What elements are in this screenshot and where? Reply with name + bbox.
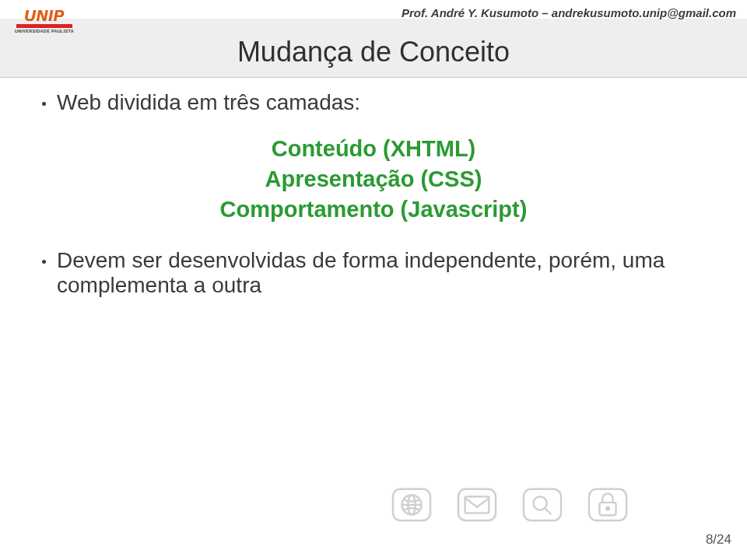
svg-rect-6 [524, 489, 561, 520]
lock-icon [585, 485, 630, 524]
bullet-outro-text: Devem ser desenvolvidas de forma indepen… [57, 248, 705, 298]
globe-icon [389, 485, 434, 524]
svg-rect-4 [458, 489, 496, 520]
search-icon [520, 485, 565, 524]
bullet-intro-text: Web dividida em três camadas: [57, 90, 360, 115]
slide-title: Mudança de Conceito [0, 36, 747, 68]
svg-rect-5 [465, 496, 489, 513]
author-line: Prof. André Y. Kusumoto – andrekusumoto.… [402, 6, 736, 19]
layers-block: Conteúdo (XHTML) Apresentação (CSS) Comp… [42, 134, 705, 225]
bullet-dot-icon [42, 102, 46, 106]
layer-behavior: Comportamento (Javascript) [42, 194, 705, 225]
logo-main-text: UNIP [24, 8, 65, 23]
university-logo: UNIP UNIVERSIDADE PAULISTA [14, 8, 75, 36]
bullet-outro: Devem ser desenvolvidas de forma indepen… [42, 248, 705, 298]
page-number: 8/24 [706, 532, 731, 548]
bullet-intro: Web dividida em três camadas: [42, 90, 705, 115]
logo-red-bar [16, 24, 72, 28]
svg-line-8 [545, 508, 552, 515]
layer-content: Conteúdo (XHTML) [42, 134, 705, 164]
logo-sub-text: UNIVERSIDADE PAULISTA [15, 29, 74, 33]
layer-presentation: Apresentação (CSS) [42, 164, 705, 194]
bullet-dot-icon [42, 260, 46, 264]
svg-point-11 [606, 507, 609, 510]
mail-icon [454, 485, 500, 524]
content-area: Web dividida em três camadas: Conteúdo (… [42, 90, 705, 317]
slide: UNIP UNIVERSIDADE PAULISTA Prof. André Y… [0, 0, 747, 560]
footer-icons [389, 485, 630, 524]
